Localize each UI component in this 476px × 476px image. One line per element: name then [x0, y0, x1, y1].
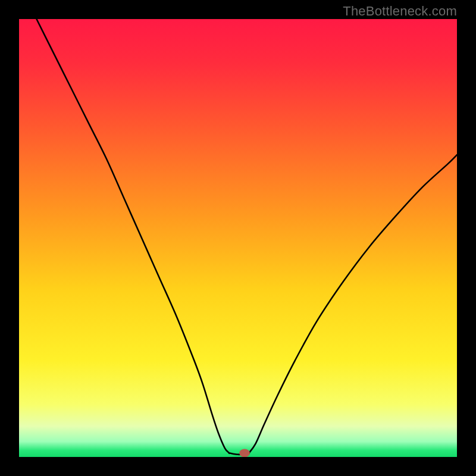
- optimal-point-marker: [239, 449, 250, 457]
- gradient-background: [19, 19, 457, 457]
- watermark-text: TheBottleneck.com: [343, 4, 457, 19]
- chart-frame: TheBottleneck.com: [0, 0, 476, 476]
- plot-area: [19, 19, 457, 457]
- bottleneck-curve-chart: [19, 19, 457, 457]
